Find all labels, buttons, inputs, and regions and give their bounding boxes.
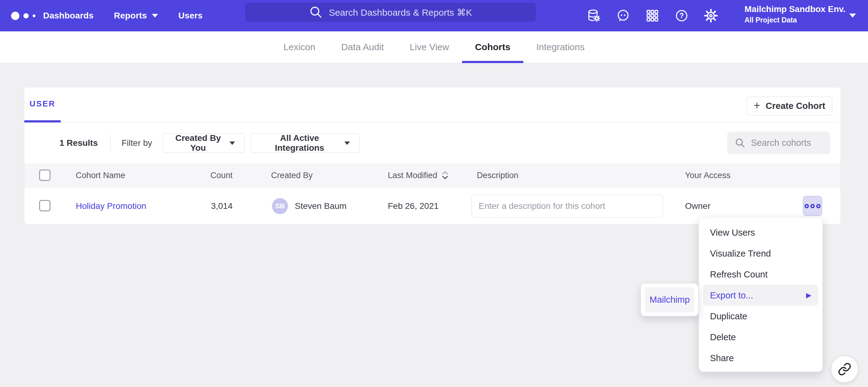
mixpanel-logo[interactable] <box>11 0 35 31</box>
logo-dot <box>23 13 29 19</box>
cohorts-page: Dashboards Reports Users Search Dashboar… <box>0 0 868 387</box>
menu-item-visualize-trend[interactable]: Visualize Trend <box>699 243 823 264</box>
link-icon <box>838 362 851 376</box>
avatar: SB <box>272 198 288 214</box>
feedback-chat-icon[interactable] <box>616 9 630 23</box>
menu-item-duplicate[interactable]: Duplicate <box>699 306 823 327</box>
column-count: Count <box>154 163 232 187</box>
menu-item-view-users[interactable]: View Users <box>699 222 823 243</box>
caret-down-icon <box>152 14 158 17</box>
settings-gear-icon[interactable] <box>704 9 718 23</box>
cohort-search <box>727 132 830 154</box>
caret-down-icon[interactable] <box>849 13 856 17</box>
integrations-filter-dropdown[interactable]: All Active Integrations <box>251 133 360 153</box>
column-last-modified-label: Last Modified <box>388 171 437 180</box>
nav-reports[interactable]: Reports <box>114 11 158 21</box>
creator-name: Steven Baum <box>295 201 346 211</box>
help-icon[interactable]: ? <box>675 9 689 23</box>
nav-dashboards[interactable]: Dashboards <box>43 11 94 21</box>
tab-lexicon[interactable]: Lexicon <box>271 31 328 63</box>
ellipsis-icon <box>805 204 809 208</box>
apps-grid-icon[interactable] <box>645 9 659 23</box>
column-last-modified[interactable]: Last Modified <box>388 163 449 187</box>
nav-icon-group: ? <box>587 0 718 31</box>
column-description: Description <box>477 163 518 187</box>
table-header: Cohort Name Count Created By Last Modifi… <box>24 163 841 187</box>
caret-down-icon <box>344 142 350 145</box>
description-input[interactable] <box>472 195 663 217</box>
divider <box>110 134 111 152</box>
menu-item-share[interactable]: Share <box>699 348 823 368</box>
search-icon <box>735 138 746 149</box>
caret-down-icon <box>229 142 235 145</box>
submenu-arrow-icon: ▶ <box>806 291 811 299</box>
nav-users[interactable]: Users <box>178 11 203 21</box>
column-created-by: Created By <box>271 163 313 187</box>
tab-data-audit[interactable]: Data Audit <box>328 31 397 63</box>
project-name: Mailchimp Sandbox Env... <box>744 4 846 14</box>
data-management-icon[interactable] <box>587 9 601 23</box>
logo-dot <box>33 14 35 17</box>
svg-text:?: ? <box>680 12 684 20</box>
cohort-count: 3,014 <box>154 188 232 224</box>
global-search-input[interactable]: Search Dashboards & Reports ⌘K <box>245 3 536 22</box>
project-scope: All Project Data <box>744 16 846 24</box>
cohort-description-cell <box>472 188 663 224</box>
filter-by-label: Filter by <box>122 138 152 148</box>
plus-icon: + <box>754 100 760 111</box>
copy-link-button[interactable] <box>831 356 858 383</box>
cohorts-card: USER + Create Cohort 1 Results Filter by… <box>24 87 841 224</box>
tab-live-view[interactable]: Live View <box>397 31 462 63</box>
row-checkbox[interactable] <box>39 200 51 211</box>
column-your-access: Your Access <box>685 163 731 187</box>
section-tabbar: Lexicon Data Audit Live View Cohorts Int… <box>0 31 868 63</box>
cohort-last-modified: Feb 26, 2021 <box>388 188 439 224</box>
project-switcher[interactable]: Mailchimp Sandbox Env... All Project Dat… <box>744 4 846 24</box>
cohort-creator: SB Steven Baum <box>272 188 346 224</box>
primary-nav: Dashboards Reports Users <box>43 0 203 31</box>
global-search-placeholder: Search Dashboards & Reports ⌘K <box>329 7 472 18</box>
export-submenu: Mailchimp <box>641 283 699 316</box>
export-to-label: Export to... <box>710 290 753 301</box>
menu-item-delete[interactable]: Delete <box>699 327 823 348</box>
create-cohort-label: Create Cohort <box>766 101 825 111</box>
created-by-filter-value: Created By You <box>172 133 224 153</box>
cohort-name-link[interactable]: Holiday Promotion <box>76 188 146 224</box>
row-actions-button[interactable] <box>803 196 822 216</box>
filter-row: 1 Results Filter by Created By You All A… <box>24 123 841 163</box>
cohort-search-input[interactable] <box>751 138 825 148</box>
menu-item-refresh-count[interactable]: Refresh Count <box>699 264 823 285</box>
search-icon <box>309 5 323 20</box>
logo-dot <box>11 12 20 20</box>
select-all-checkbox[interactable] <box>39 170 51 181</box>
integrations-filter-value: All Active Integrations <box>260 133 339 153</box>
tab-cohorts[interactable]: Cohorts <box>462 31 523 63</box>
submenu-item-mailchimp[interactable]: Mailchimp <box>645 287 694 312</box>
column-cohort-name: Cohort Name <box>76 163 125 187</box>
top-navigation: Dashboards Reports Users Search Dashboar… <box>0 0 868 31</box>
created-by-filter-dropdown[interactable]: Created By You <box>163 133 245 153</box>
row-context-menu: View Users Visualize Trend Refresh Count… <box>699 217 823 372</box>
menu-item-export-to[interactable]: Export to... ▶ <box>703 285 818 306</box>
create-cohort-button[interactable]: + Create Cohort <box>747 97 832 115</box>
tab-user-cohorts[interactable]: USER <box>24 87 61 122</box>
ellipsis-icon <box>816 204 820 208</box>
ellipsis-icon <box>810 204 815 208</box>
nav-reports-label: Reports <box>114 11 147 21</box>
tab-integrations[interactable]: Integrations <box>523 31 597 63</box>
results-count: 1 Results <box>59 138 98 148</box>
sort-icon <box>441 170 449 180</box>
